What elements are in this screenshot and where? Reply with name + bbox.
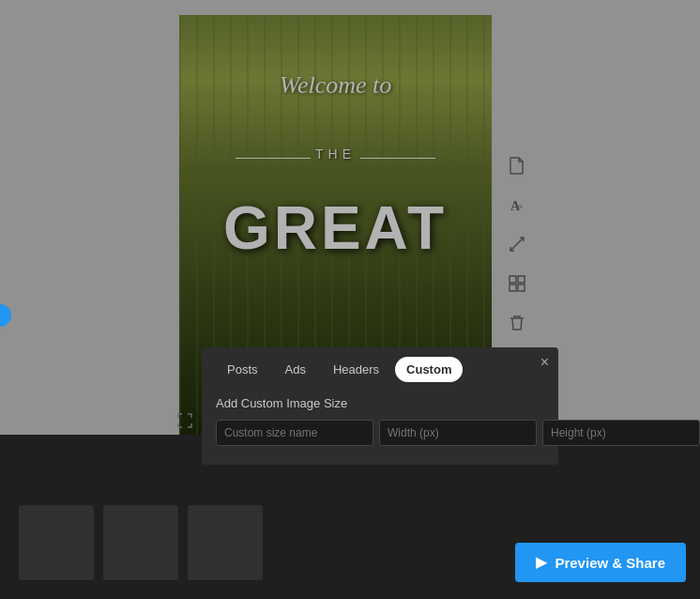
modal-close-button[interactable]: × (540, 355, 549, 370)
tab-ads[interactable]: Ads (274, 357, 317, 382)
custom-size-label: Add Custom Image Size (216, 396, 544, 410)
modal-overlay (0, 0, 700, 599)
preview-label: Preview & Share (555, 555, 665, 571)
tab-custom[interactable]: Custom (395, 357, 463, 382)
tab-posts[interactable]: Posts (216, 357, 269, 382)
custom-size-modal: × Posts Ads Headers Custom Add Custom Im… (202, 347, 558, 465)
preview-share-button[interactable]: ▶ Preview & Share (515, 543, 686, 582)
modal-tabs: Posts Ads Headers Custom (202, 347, 558, 382)
width-input[interactable] (379, 420, 537, 446)
custom-name-input[interactable] (216, 420, 373, 446)
canvas-area: Welcome to THE GREAT A o (0, 0, 700, 599)
modal-content: Add Custom Image Size Add (202, 382, 558, 446)
tab-headers[interactable]: Headers (322, 357, 390, 382)
preview-icon: ▶ (536, 554, 547, 571)
custom-size-inputs: Add (216, 420, 544, 446)
height-input[interactable] (542, 420, 700, 446)
